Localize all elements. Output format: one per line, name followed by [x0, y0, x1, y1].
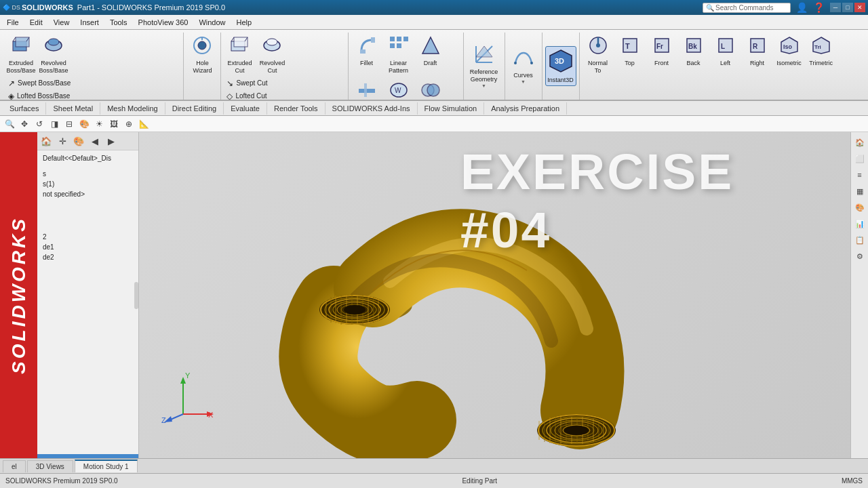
- view-axes-button[interactable]: ⊕: [122, 117, 136, 131]
- right-view-button[interactable]: R Right: [742, 33, 773, 69]
- menu-window[interactable]: Window: [193, 17, 231, 28]
- tab-3d-views[interactable]: 3D Views: [27, 460, 73, 472]
- hole-wizard-button[interactable]: HoleWizard: [186, 33, 218, 77]
- tab-flow-simulation[interactable]: Flow Simulation: [418, 102, 485, 115]
- rib-button[interactable]: Rib: [351, 77, 382, 101]
- rt-settings-button[interactable]: ⚙: [852, 249, 867, 264]
- svg-point-44: [596, 43, 600, 47]
- lofted-boss-button[interactable]: ◈ Lofted Boss/Base: [5, 90, 180, 101]
- svg-text:X: X: [208, 411, 214, 419]
- linear-pattern-button[interactable]: LinearPattern: [383, 33, 414, 77]
- back-view-icon: Bk: [683, 35, 705, 58]
- tree-item-feature-de1[interactable]: de1: [40, 242, 136, 252]
- trimetric-button[interactable]: Tri Trimetric: [806, 33, 837, 69]
- main-area: SOLIDWORKS 🏠 ✛ 🎨 ◀ ▶ Default<<Default>_D…: [0, 132, 868, 458]
- view-appearance-button[interactable]: 🎨: [77, 117, 91, 131]
- tab-model[interactable]: el: [3, 460, 26, 472]
- tab-sheet-metal[interactable]: Sheet Metal: [46, 102, 100, 115]
- tab-render-tools[interactable]: Render Tools: [267, 102, 326, 115]
- svg-text:R: R: [753, 43, 758, 50]
- title-bar: 🔷 DS SOLIDWORKS Part1 - SOLIDWORKS Premi…: [0, 0, 868, 15]
- revolved-boss-button[interactable]: RevolvedBoss/Base: [38, 33, 69, 77]
- svg-rect-1: [16, 37, 29, 47]
- rt-list-button[interactable]: 📋: [852, 232, 867, 247]
- tab-solidworks-addins[interactable]: SOLIDWORKS Add-Ins: [326, 102, 418, 115]
- rt-layers-button[interactable]: ≡: [852, 167, 867, 182]
- view-section-button[interactable]: ⊟: [62, 117, 76, 131]
- revolved-boss-icon: [43, 35, 64, 58]
- sidebar: SOLIDWORKS 🏠 ✛ 🎨 ◀ ▶ Default<<Default>_D…: [0, 132, 139, 458]
- menu-help[interactable]: Help: [231, 17, 258, 28]
- instant3d-button[interactable]: 3D Instant3D: [545, 46, 576, 87]
- tree-item-material[interactable]: not specified>: [40, 189, 136, 199]
- rt-3d-button[interactable]: ▦: [852, 184, 867, 199]
- top-view-button[interactable]: T Top: [614, 33, 646, 69]
- view-scene-button[interactable]: 🖼: [107, 117, 121, 131]
- left-view-button[interactable]: L Left: [710, 33, 741, 69]
- search-box[interactable]: 🔍 Search Commands: [703, 3, 791, 13]
- sidebar-home-button[interactable]: 🏠: [39, 134, 54, 148]
- curves-button[interactable]: Curves ▼: [508, 45, 539, 87]
- menu-view[interactable]: View: [48, 17, 75, 28]
- swept-boss-button[interactable]: ↗ Swept Boss/Base: [5, 77, 180, 89]
- sidebar-resize-handle[interactable]: [134, 282, 138, 309]
- tree-item-sensors[interactable]: s: [40, 169, 136, 179]
- minimize-button[interactable]: ─: [830, 3, 841, 12]
- rt-home-button[interactable]: 🏠: [852, 135, 867, 150]
- viewport[interactable]: EXERCISE #04: [139, 132, 850, 458]
- back-view-button[interactable]: Bk Back: [678, 33, 709, 69]
- view-display-button[interactable]: ◨: [47, 117, 61, 131]
- rt-color-button[interactable]: 🎨: [852, 200, 867, 215]
- rt-zoom-button[interactable]: ⬜: [852, 151, 867, 166]
- menu-photoview[interactable]: PhotoView 360: [133, 17, 194, 28]
- sidebar-chevron-right[interactable]: ▶: [104, 134, 119, 148]
- lofted-cut-button[interactable]: ◇ Lofted Cut: [224, 90, 344, 101]
- svg-rect-20: [390, 43, 395, 48]
- view-sketch-button[interactable]: 📐: [137, 117, 151, 131]
- tree-item-feature-de2[interactable]: de2: [40, 252, 136, 262]
- curves-label: Curves: [513, 72, 533, 79]
- tab-mesh-modeling[interactable]: Mesh Modeling: [100, 102, 165, 115]
- menu-tools[interactable]: Tools: [104, 17, 133, 28]
- rt-chart-button[interactable]: 📊: [852, 216, 867, 231]
- sidebar-move-button[interactable]: ✛: [55, 134, 70, 148]
- tab-evaluate[interactable]: Evaluate: [224, 102, 267, 115]
- maximize-button[interactable]: □: [842, 3, 853, 12]
- view-zoom-button[interactable]: 🔍: [3, 117, 16, 131]
- sidebar-chevron-left[interactable]: ◀: [87, 134, 102, 148]
- help-icon[interactable]: ❓: [813, 2, 825, 13]
- tab-direct-editing[interactable]: Direct Editing: [165, 102, 224, 115]
- menu-file[interactable]: File: [1, 17, 24, 28]
- isometric-button[interactable]: Iso Isometric: [774, 33, 805, 69]
- reference-geometry-button[interactable]: ReferenceGeometry ▼: [467, 41, 502, 91]
- reference-geometry-icon: [473, 43, 495, 67]
- front-view-button[interactable]: Fr Front: [646, 33, 677, 69]
- swept-cut-button[interactable]: ↘ Swept Cut: [224, 77, 344, 89]
- intersect-button[interactable]: Intersect: [415, 77, 446, 101]
- window-controls[interactable]: ─ □ ✕: [830, 3, 865, 12]
- tab-surfaces[interactable]: Surfaces: [3, 102, 46, 115]
- tree-item-feature2[interactable]: 2: [40, 232, 136, 242]
- draft-button[interactable]: Draft: [415, 33, 446, 69]
- extruded-cut-button[interactable]: ExtrudedCut: [224, 33, 255, 77]
- wrap-button[interactable]: W Wrap: [383, 77, 414, 101]
- tree-item-annotations[interactable]: s(1): [40, 179, 136, 189]
- tab-motion-study-1[interactable]: Motion Study 1: [75, 460, 138, 472]
- sidebar-color-button[interactable]: 🎨: [71, 134, 86, 148]
- tree-item-default[interactable]: Default<<Default>_Dis: [40, 153, 136, 163]
- extruded-boss-button[interactable]: ExtrudedBoss/Base: [5, 33, 37, 77]
- normal-to-icon: [587, 35, 609, 58]
- normal-to-button[interactable]: NormalTo: [583, 33, 614, 77]
- tab-analysis-preparation[interactable]: Analysis Preparation: [484, 102, 567, 115]
- view-rotate-button[interactable]: ↺: [33, 117, 46, 131]
- menu-insert[interactable]: Insert: [75, 17, 104, 28]
- fillet-button[interactable]: Fillet: [351, 33, 382, 69]
- svg-point-78: [344, 305, 366, 314]
- view-light-button[interactable]: ☀: [92, 117, 106, 131]
- close-button[interactable]: ✕: [854, 3, 865, 12]
- user-icon[interactable]: 👤: [796, 2, 808, 13]
- revolved-cut-button[interactable]: RevolvedCut: [256, 33, 288, 77]
- front-view-label: Front: [654, 60, 669, 67]
- menu-edit[interactable]: Edit: [24, 17, 48, 28]
- view-pan-button[interactable]: ✥: [18, 117, 31, 131]
